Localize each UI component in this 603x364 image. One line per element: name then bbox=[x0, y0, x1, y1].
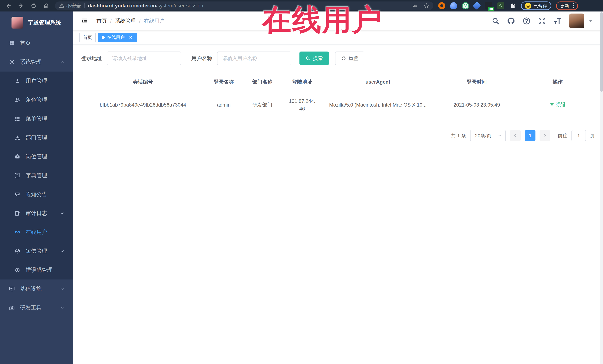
extension-translate-icon[interactable]: en bbox=[485, 2, 492, 10]
column-header-dept[interactable]: 部门名称 bbox=[243, 73, 282, 91]
tag-home[interactable]: 首页 bbox=[79, 33, 96, 42]
sidebar-item-dev-tools[interactable]: 研发工具 bbox=[0, 298, 73, 317]
cell-session-id: bfbb1ab79ba849e49fb26ddb56a73044 bbox=[81, 91, 204, 119]
page-content: 登录地址 用户名称 搜索 重置 会话编号 登录名称 部门名称 登 bbox=[73, 44, 603, 141]
main-area: 首页 / 系统管理 / 在线用户 bbox=[73, 11, 603, 364]
user-avatar[interactable] bbox=[569, 13, 584, 28]
username-input[interactable] bbox=[217, 52, 291, 65]
sidebar-item-label: 研发工具 bbox=[20, 304, 42, 311]
message-bubble-icon bbox=[14, 192, 21, 197]
extension-gem-icon[interactable] bbox=[473, 1, 481, 10]
close-icon[interactable] bbox=[128, 35, 133, 40]
online-user-icon bbox=[14, 229, 21, 235]
tags-view-bar: 首页 在线用户 bbox=[73, 31, 603, 44]
cell-dept-name: 研发部门 bbox=[243, 91, 282, 119]
search-button[interactable]: 搜索 bbox=[300, 52, 329, 65]
extension-orange-icon[interactable] bbox=[438, 2, 445, 9]
extension-drop-icon[interactable] bbox=[450, 2, 457, 9]
username-label: 用户名称 bbox=[191, 55, 212, 62]
security-label[interactable]: 不安全 bbox=[66, 3, 81, 9]
fullscreen-icon[interactable] bbox=[538, 17, 546, 25]
font-size-icon[interactable] bbox=[553, 17, 562, 25]
sidebar-item-system[interactable]: 系统管理 bbox=[0, 53, 73, 72]
sidebar-item-label: 角色管理 bbox=[26, 96, 47, 104]
column-header-login-name[interactable]: 登录名称 bbox=[204, 73, 243, 91]
column-header-session[interactable]: 会话编号 bbox=[81, 73, 204, 91]
breadcrumb-system[interactable]: 系统管理 bbox=[115, 17, 136, 24]
sidebar-item-menus[interactable]: 菜单管理 bbox=[0, 109, 73, 128]
sidebar-item-label: 首页 bbox=[20, 39, 31, 47]
sidebar-item-dict[interactable]: 字典管理 bbox=[0, 166, 73, 185]
tag-online-users[interactable]: 在线用户 bbox=[98, 33, 137, 42]
user-icon bbox=[14, 78, 21, 84]
password-key-icon[interactable] bbox=[412, 3, 418, 9]
breadcrumb: 首页 / 系统管理 / 在线用户 bbox=[96, 17, 165, 24]
bookmark-star-icon[interactable] bbox=[423, 3, 429, 9]
cell-actions: 强退 bbox=[521, 91, 595, 119]
page-scrollbar[interactable] bbox=[600, 11, 603, 364]
cell-useragent: Mozilla/5.0 (Macintosh; Intel Mac OS X 1… bbox=[323, 91, 433, 119]
search-icon[interactable] bbox=[492, 17, 499, 25]
app-navbar: 首页 / 系统管理 / 在线用户 bbox=[73, 11, 603, 31]
reset-button[interactable]: 重置 bbox=[335, 52, 364, 65]
sidebar-item-label: 用户管理 bbox=[26, 77, 47, 85]
sidebar-item-posts[interactable]: 岗位管理 bbox=[0, 147, 73, 166]
vue-devtools-icon[interactable]: V bbox=[462, 2, 469, 9]
browser-toolbar: 不安全 dashboard.yudao.iocoder.cn /system/u… bbox=[0, 0, 603, 11]
sidebar-item-label: 部门管理 bbox=[26, 134, 47, 141]
search-button-label: 搜索 bbox=[313, 55, 323, 62]
page-size-value: 20条/页 bbox=[475, 132, 491, 139]
url-host[interactable]: dashboard.yudao.iocoder.cn bbox=[88, 3, 156, 9]
address-input[interactable] bbox=[107, 52, 181, 65]
avatar-caret-icon[interactable] bbox=[589, 20, 593, 22]
edit-log-icon bbox=[14, 210, 21, 216]
address-label: 登录地址 bbox=[81, 55, 102, 62]
sidebar-item-audit-log[interactable]: 审计日志 bbox=[0, 204, 73, 223]
reload-icon[interactable] bbox=[29, 1, 38, 10]
profile-emoji-avatar bbox=[525, 3, 531, 9]
urlbar-divider bbox=[84, 3, 85, 8]
address-bar[interactable]: 不安全 dashboard.yudao.iocoder.cn /system/u… bbox=[55, 1, 433, 10]
breadcrumb-separator: / bbox=[110, 18, 112, 24]
sidebar-item-infrastructure[interactable]: 基础设施 bbox=[0, 279, 73, 298]
prev-page-button[interactable] bbox=[510, 130, 521, 141]
github-icon[interactable] bbox=[507, 17, 515, 25]
sidebar-item-notices[interactable]: 通知公告 bbox=[0, 185, 73, 204]
next-page-button[interactable] bbox=[540, 130, 550, 141]
sidebar-item-users[interactable]: 用户管理 bbox=[0, 72, 73, 90]
dashboard-icon bbox=[9, 40, 15, 46]
sidebar-item-online-users[interactable]: 在线用户 bbox=[0, 223, 73, 242]
home-icon[interactable] bbox=[42, 1, 50, 10]
extension-key-icon[interactable] bbox=[497, 2, 504, 9]
page-number-button[interactable]: 1 bbox=[525, 130, 535, 141]
back-icon[interactable] bbox=[4, 1, 13, 10]
url-path[interactable]: /system/user-session bbox=[156, 3, 203, 9]
kebab-menu-icon[interactable] bbox=[572, 3, 574, 8]
help-icon[interactable] bbox=[522, 17, 531, 25]
logo-row[interactable]: 芋道管理系统 bbox=[0, 11, 73, 34]
column-header-useragent[interactable]: userAgent bbox=[323, 73, 433, 91]
browser-update-chip[interactable]: 更新 bbox=[556, 1, 578, 10]
sidebar-item-label: 审计日志 bbox=[26, 210, 47, 217]
users-group-icon bbox=[14, 97, 21, 103]
sidebar-item-roles[interactable]: 角色管理 bbox=[0, 90, 73, 109]
force-logout-button[interactable]: 强退 bbox=[550, 101, 566, 108]
sidebar-item-departments[interactable]: 部门管理 bbox=[0, 128, 73, 147]
column-header-actions[interactable]: 操作 bbox=[521, 73, 595, 91]
ip-line2: 46 bbox=[283, 105, 321, 113]
reset-button-label: 重置 bbox=[348, 55, 359, 62]
column-header-address[interactable]: 登陆地址 bbox=[282, 73, 323, 91]
sidebar-item-home[interactable]: 首页 bbox=[0, 34, 73, 53]
goto-page-input[interactable] bbox=[571, 130, 586, 141]
profile-chip[interactable]: 已暂停 bbox=[521, 1, 551, 10]
chevron-up-icon bbox=[60, 60, 65, 65]
column-header-login-time[interactable]: 登录时间 bbox=[433, 73, 521, 91]
sidebar-item-sms[interactable]: 短信管理 bbox=[0, 242, 73, 261]
forward-icon[interactable] bbox=[17, 1, 25, 10]
extensions-puzzle-icon[interactable] bbox=[509, 2, 516, 9]
sidebar-item-error-codes[interactable]: 错误码管理 bbox=[0, 261, 73, 279]
page-size-select[interactable]: 20条/页 bbox=[470, 130, 506, 141]
breadcrumb-home[interactable]: 首页 bbox=[96, 17, 107, 24]
scrollbar-thumb[interactable] bbox=[600, 12, 603, 92]
sidebar-collapse-icon[interactable] bbox=[79, 16, 90, 26]
